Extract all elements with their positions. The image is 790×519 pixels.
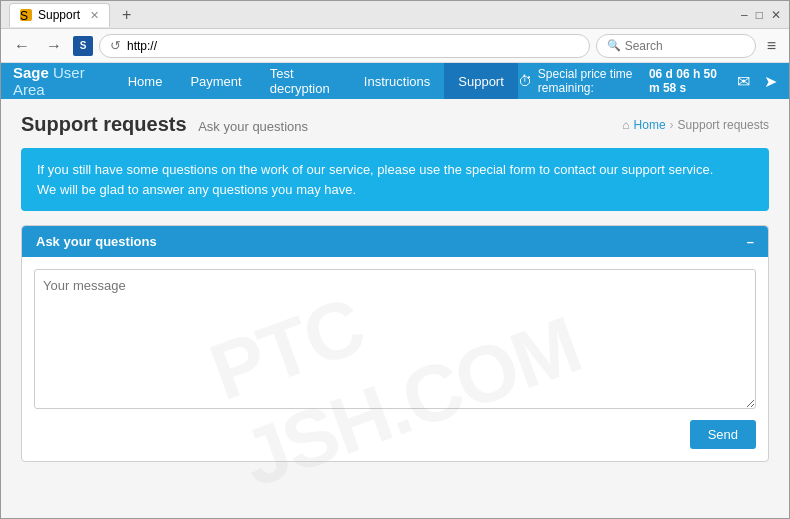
timer-label: Special price time remaining: (538, 67, 643, 95)
mail-icon[interactable]: ✉ (737, 72, 750, 91)
browser-tab: S Support ✕ (9, 3, 110, 27)
breadcrumb-separator: › (670, 118, 674, 132)
page-header: Support requests Ask your questions ⌂ Ho… (21, 113, 769, 136)
new-tab-button[interactable]: + (118, 6, 135, 24)
send-row: Send (34, 420, 756, 449)
maximize-button[interactable]: □ (756, 8, 763, 22)
tab-favicon: S (20, 9, 32, 21)
nav-home[interactable]: Home (114, 63, 177, 99)
search-bar[interactable]: 🔍 (596, 34, 756, 58)
browser-menu-button[interactable]: ≡ (762, 35, 781, 57)
reload-icon[interactable]: ↺ (110, 38, 121, 53)
ask-section: Ask your questions – PTCJSH.COM Send (21, 225, 769, 462)
page-title: Support requests (21, 113, 187, 135)
site-navbar: Sage User Area Home Payment Test decrypt… (1, 63, 789, 99)
collapse-icon[interactable]: – (747, 234, 754, 249)
timer-icon: ⏱ (518, 73, 532, 89)
breadcrumb: ⌂ Home › Support requests (622, 118, 769, 132)
ask-section-title: Ask your questions (36, 234, 157, 249)
url-bar[interactable]: ↺ (99, 34, 590, 58)
forward-button[interactable]: → (41, 35, 67, 57)
back-button[interactable]: ← (9, 35, 35, 57)
nav-timer: ⏱ Special price time remaining: 06 d 06 … (518, 67, 777, 95)
send-button[interactable]: Send (690, 420, 756, 449)
close-button[interactable]: ✕ (771, 8, 781, 22)
ask-section-body: PTCJSH.COM Send (22, 257, 768, 461)
browser-window: S Support ✕ + – □ ✕ ← → S ↺ 🔍 ≡ Sage Use… (0, 0, 790, 519)
nav-payment[interactable]: Payment (176, 63, 255, 99)
info-box: If you still have some questions on the … (21, 148, 769, 211)
tab-title: Support (38, 8, 80, 22)
title-bar: S Support ✕ + – □ ✕ (1, 1, 789, 29)
ask-section-header: Ask your questions – (22, 226, 768, 257)
page-title-area: Support requests Ask your questions (21, 113, 308, 136)
page-subtitle: Ask your questions (198, 119, 308, 134)
window-controls: – □ ✕ (741, 8, 781, 22)
breadcrumb-current: Support requests (678, 118, 769, 132)
site-favicon: S (73, 36, 93, 56)
message-textarea[interactable] (34, 269, 756, 409)
nav-instructions[interactable]: Instructions (350, 63, 444, 99)
address-bar: ← → S ↺ 🔍 ≡ (1, 29, 789, 63)
site-brand: Sage User Area (13, 64, 94, 98)
info-line-1: If you still have some questions on the … (37, 160, 753, 180)
page-content: Support requests Ask your questions ⌂ Ho… (1, 99, 789, 518)
home-icon: ⌂ (622, 118, 629, 132)
nav-test-decryption[interactable]: Test decryption (256, 63, 350, 99)
info-line-2: We will be glad to answer any questions … (37, 180, 753, 200)
breadcrumb-home[interactable]: Home (634, 118, 666, 132)
tab-close-button[interactable]: ✕ (90, 9, 99, 22)
search-icon: 🔍 (607, 39, 621, 52)
nav-arrow-icon[interactable]: ➤ (764, 72, 777, 91)
minimize-button[interactable]: – (741, 8, 748, 22)
url-input[interactable] (127, 39, 579, 53)
timer-value: 06 d 06 h 50 m 58 s (649, 67, 723, 95)
brand-bold: Sage (13, 64, 49, 81)
nav-support[interactable]: Support (444, 63, 518, 99)
search-input[interactable] (625, 39, 745, 53)
